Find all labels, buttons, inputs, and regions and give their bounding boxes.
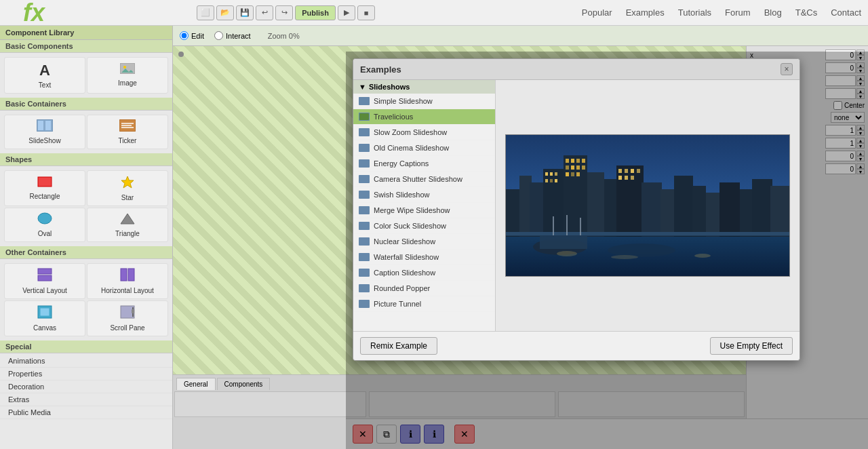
special-decoration[interactable]: Decoration (0, 380, 172, 393)
star-component[interactable]: Star (87, 170, 168, 206)
play-button[interactable]: ▶ (338, 5, 355, 20)
modal-header: Examples × (353, 59, 800, 80)
list-item-label: Merge Wipe Slideshow (374, 206, 450, 214)
list-item[interactable]: Slow Zoom Slideshow (353, 125, 495, 140)
svg-marker-10 (121, 176, 134, 188)
nav-forum[interactable]: Forum (725, 7, 751, 18)
redo-button[interactable]: ↪ (275, 5, 293, 20)
list-item[interactable]: Travelicious (353, 109, 495, 125)
rectangle-component[interactable]: Rectangle (4, 170, 85, 206)
list-item[interactable]: Swish Slideshow (353, 187, 495, 203)
modal-body: ▼ Slideshows Simple SlideshowTraveliciou… (353, 80, 800, 331)
svg-rect-69 (631, 176, 634, 180)
section-basic-components: Basic Components (0, 40, 172, 53)
list-item-label: Rounded Popper (374, 284, 430, 292)
sidebar-title: Component Library (0, 26, 172, 40)
svg-rect-71 (660, 189, 675, 237)
svg-rect-55 (576, 165, 580, 170)
oval-component[interactable]: Oval (4, 208, 85, 242)
list-item-label: Old Cinema Slideshow (374, 144, 449, 152)
slideshow-component[interactable]: SlideShow (4, 115, 85, 149)
list-item[interactable]: Old Cinema Slideshow (353, 140, 495, 156)
nav-examples[interactable]: Examples (626, 7, 665, 18)
scroll-pane-component[interactable]: Scroll Pane (87, 300, 168, 336)
list-items-container: Simple SlideshowTraveliciousSlow Zoom Sl… (353, 94, 495, 312)
image-component[interactable]: Image (87, 57, 168, 94)
svg-rect-61 (604, 179, 618, 237)
remix-example-button[interactable]: Remix Example (360, 337, 437, 355)
horizontal-layout-component[interactable]: Horizontal Layout (87, 263, 168, 299)
svg-rect-32 (359, 254, 369, 260)
list-item-icon (359, 222, 370, 230)
text-component[interactable]: A Text (4, 57, 85, 94)
vertical-layout-component[interactable]: Vertical Layout (4, 263, 85, 299)
use-empty-effect-button[interactable]: Use Empty Effect (710, 337, 793, 355)
list-scroll-area[interactable]: ▼ Slideshows Simple SlideshowTraveliciou… (353, 80, 495, 331)
modal-title: Examples (360, 64, 401, 75)
list-item[interactable]: Energy Captions (353, 156, 495, 172)
ticker-component[interactable]: Ticker (87, 115, 168, 149)
svg-rect-34 (359, 285, 369, 292)
svg-rect-58 (571, 172, 574, 176)
svg-rect-54 (571, 165, 574, 170)
tab-general[interactable]: General (176, 378, 216, 390)
text-icon: A (39, 62, 50, 79)
list-item[interactable]: Picture Tunnel (353, 296, 495, 312)
canvas-component[interactable]: Canvas (4, 300, 85, 336)
list-item-icon (359, 300, 370, 308)
svg-rect-35 (359, 300, 369, 307)
svg-rect-43 (550, 172, 553, 176)
list-item-icon (359, 191, 370, 199)
special-properties[interactable]: Properties (0, 368, 172, 380)
undo-button[interactable]: ↩ (256, 5, 273, 20)
horizontal-layout-icon (120, 268, 135, 285)
preview-image (505, 134, 790, 277)
list-item[interactable]: Simple Slideshow (353, 94, 495, 109)
edit-radio-label[interactable]: Edit (180, 31, 204, 40)
svg-rect-49 (566, 159, 569, 163)
list-item[interactable]: Rounded Popper (353, 281, 495, 296)
stop-button[interactable]: ■ (357, 5, 375, 20)
nav-popular[interactable]: Popular (582, 7, 612, 18)
list-item-label: Energy Captions (374, 159, 429, 168)
svg-rect-22 (359, 98, 369, 104)
list-item[interactable]: Camera Shutter Slideshow (353, 172, 495, 187)
list-item[interactable]: Waterfall Slideshow (353, 250, 495, 265)
nav-tutorials[interactable]: Tutorials (678, 7, 711, 18)
svg-rect-66 (637, 169, 640, 173)
special-extras[interactable]: Extras (0, 393, 172, 406)
svg-marker-12 (121, 214, 134, 224)
list-item[interactable]: Caption Slideshow (353, 265, 495, 281)
interact-radio-label[interactable]: Interact (214, 31, 251, 40)
nav-blog[interactable]: Blog (764, 7, 782, 18)
svg-rect-45 (545, 179, 548, 182)
interact-radio[interactable] (214, 31, 223, 40)
list-item[interactable]: Nuclear Slideshow (353, 234, 495, 250)
list-item-icon (359, 284, 370, 292)
edit-radio[interactable] (180, 31, 189, 40)
svg-rect-76 (740, 189, 753, 237)
triangle-component[interactable]: Triangle (87, 208, 168, 242)
section-arrow: ▼ (359, 83, 366, 91)
list-item[interactable]: Merge Wipe Slideshow (353, 203, 495, 218)
svg-rect-72 (674, 176, 693, 237)
svg-rect-23 (359, 113, 369, 120)
tab-components[interactable]: Components (217, 378, 271, 390)
special-animations[interactable]: Animations (0, 355, 172, 368)
save-button[interactable]: 💾 (236, 5, 254, 20)
nav-tcs[interactable]: T&Cs (795, 7, 818, 18)
svg-rect-29 (359, 207, 369, 214)
oval-icon (37, 212, 52, 228)
svg-point-89 (694, 254, 711, 258)
svg-rect-86 (506, 235, 790, 277)
open-button[interactable]: 📂 (216, 5, 234, 20)
nav-contact[interactable]: Contact (831, 7, 861, 18)
list-item-label: Picture Tunnel (374, 300, 421, 308)
publish-button[interactable]: Publish (295, 5, 336, 20)
special-public-media[interactable]: Public Media (0, 406, 172, 419)
modal-close-button[interactable]: × (781, 63, 793, 75)
list-item[interactable]: Color Suck Slideshow (353, 218, 495, 234)
star-icon (120, 175, 135, 192)
list-item-label: Slow Zoom Slideshow (374, 128, 447, 136)
new-button[interactable]: ⬜ (197, 5, 214, 20)
